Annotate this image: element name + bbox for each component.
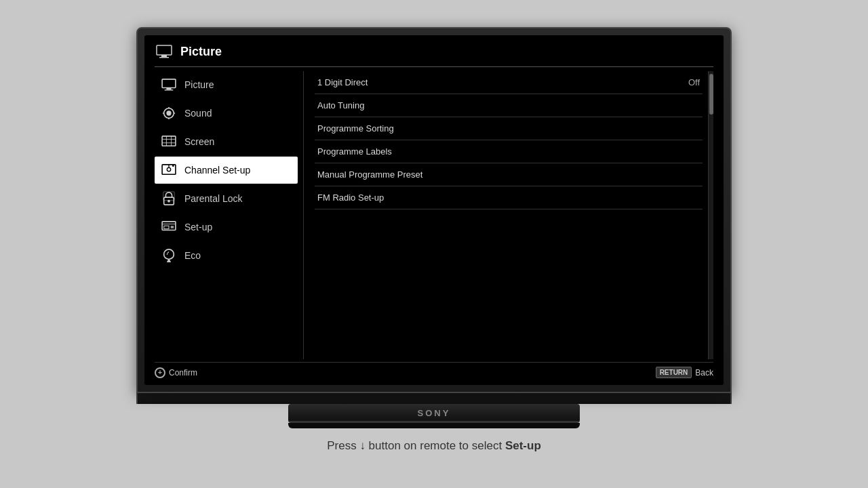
right-item-manual-programme-preset[interactable]: Manual Programme Preset bbox=[315, 163, 703, 186]
down-arrow-icon: ↓ bbox=[359, 439, 368, 452]
header-icon bbox=[155, 42, 174, 61]
svg-rect-1 bbox=[161, 55, 167, 57]
sidebar-item-picture[interactable]: Picture bbox=[155, 71, 298, 98]
setup-icon bbox=[160, 218, 178, 236]
right-item-label: 1 Digit Direct bbox=[317, 77, 368, 87]
svg-point-20 bbox=[172, 165, 174, 167]
right-item-value: Off bbox=[688, 77, 700, 87]
instruction-prefix: Press bbox=[327, 439, 359, 452]
svg-rect-12 bbox=[162, 136, 176, 146]
instruction-middle: button on remote to select bbox=[369, 439, 505, 452]
right-item-label: Programme Sorting bbox=[317, 123, 394, 134]
svg-point-7 bbox=[166, 110, 171, 115]
confirm-label: Confirm bbox=[169, 368, 197, 378]
right-panel: 1 Digit Direct Off Auto Tuning Programme… bbox=[304, 71, 708, 359]
instruction-container: Press ↓ button on remote to select Set-u… bbox=[327, 439, 541, 453]
svg-point-18 bbox=[167, 167, 170, 171]
scrollbar-thumb bbox=[709, 74, 713, 115]
menu-header-title: Picture bbox=[180, 45, 222, 59]
svg-rect-23 bbox=[163, 192, 175, 201]
right-item-label: Manual Programme Preset bbox=[317, 169, 422, 180]
tv-stand-neck bbox=[136, 393, 732, 404]
tv-stand-base: SONY bbox=[288, 404, 580, 423]
menu-body: Picture bbox=[155, 71, 713, 359]
confirm-plus-icon: + bbox=[158, 369, 162, 376]
right-item-label: Auto Tuning bbox=[317, 100, 364, 110]
tv-screen: Picture Picture bbox=[144, 35, 724, 385]
instruction-text: Press ↓ button on remote to select Set-u… bbox=[327, 439, 541, 452]
svg-rect-26 bbox=[164, 226, 169, 229]
sidebar: Picture bbox=[155, 71, 304, 359]
sidebar-item-parental-lock[interactable]: Parental Lock bbox=[155, 185, 298, 212]
sidebar-item-sound-label: Sound bbox=[184, 108, 212, 119]
sidebar-item-picture-label: Picture bbox=[184, 79, 214, 90]
sidebar-item-sound[interactable]: Sound bbox=[155, 100, 298, 127]
right-item-programme-sorting[interactable]: Programme Sorting bbox=[315, 117, 703, 140]
svg-rect-2 bbox=[159, 57, 169, 58]
confirm-circle-icon: + bbox=[155, 367, 165, 378]
parental-icon bbox=[160, 190, 178, 207]
menu-header: Picture bbox=[155, 42, 713, 67]
right-item-fm-radio-setup[interactable]: FM Radio Set-up bbox=[315, 186, 703, 209]
right-item-label: FM Radio Set-up bbox=[317, 192, 384, 203]
sidebar-item-setup[interactable]: Set-up bbox=[155, 214, 298, 241]
return-key-badge: RETURN bbox=[656, 367, 692, 378]
tv-stand-foot bbox=[288, 423, 580, 428]
sound-icon bbox=[160, 104, 178, 122]
right-item-programme-labels[interactable]: Programme Labels bbox=[315, 140, 703, 163]
channel-icon bbox=[160, 161, 178, 179]
svg-rect-3 bbox=[162, 79, 176, 88]
sidebar-item-setup-label: Set-up bbox=[184, 222, 212, 232]
right-item-label: Programme Labels bbox=[317, 146, 392, 157]
sidebar-item-screen-label: Screen bbox=[184, 136, 214, 147]
sony-logo: SONY bbox=[418, 407, 451, 418]
back-label: Back bbox=[695, 368, 713, 378]
sidebar-item-channel-setup-label: Channel Set-up bbox=[184, 165, 250, 176]
tv-outer: Picture Picture bbox=[136, 27, 732, 393]
sidebar-item-screen[interactable]: Screen bbox=[155, 128, 298, 155]
svg-rect-0 bbox=[157, 45, 172, 55]
right-item-auto-tuning[interactable]: Auto Tuning bbox=[315, 94, 703, 117]
sidebar-item-eco-label: Eco bbox=[184, 250, 201, 261]
screen-icon bbox=[160, 133, 178, 150]
return-button[interactable]: RETURN Back bbox=[656, 367, 713, 378]
sidebar-item-channel-setup[interactable]: Channel Set-up bbox=[155, 157, 298, 184]
sidebar-item-parental-lock-label: Parental Lock bbox=[184, 193, 243, 204]
eco-icon bbox=[160, 247, 178, 264]
scrollbar-area[interactable] bbox=[708, 71, 713, 359]
right-item-1-digit-direct[interactable]: 1 Digit Direct Off bbox=[315, 71, 703, 94]
menu-container: Picture Picture bbox=[144, 35, 724, 385]
instruction-bold: Set-up bbox=[505, 439, 541, 452]
svg-rect-5 bbox=[165, 89, 174, 90]
sidebar-item-eco[interactable]: Eco bbox=[155, 242, 298, 269]
bottom-bar: + Confirm RETURN Back bbox=[155, 362, 713, 378]
svg-rect-4 bbox=[166, 88, 171, 90]
confirm-button[interactable]: + Confirm bbox=[155, 367, 197, 378]
picture-icon bbox=[160, 76, 178, 94]
